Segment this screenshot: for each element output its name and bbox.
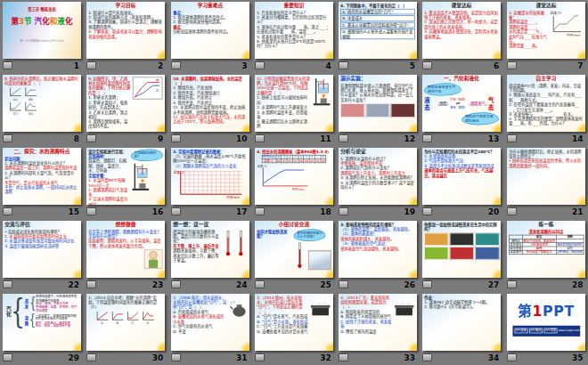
slide-cell[interactable]: 重要知识1. 汽化和液化的定义是什么？2. 蒸发分为哪两类，它们的特点区别是什么… bbox=[252, 0, 336, 73]
slide-cell[interactable]: 为什么撤掉酒精灯后，停止加热，水的沸腾没有立即停止？• 烧杯底部还有较高温度的余… bbox=[504, 146, 588, 219]
slide-thumbnail[interactable]: 自主学习阅读课本P57页（沸腾、蒸发）内容，完成下列问题。1. 物质从液态变为＿… bbox=[507, 75, 585, 132]
slide-thumbnail[interactable]: 课堂达标1. 夏天扇扇子人感到凉快，这是因为扇风加快了汗液的蒸发，蒸发吸热。2.… bbox=[422, 2, 501, 59]
slide-thumbnail[interactable]: 4. 绘出水的沸腾图象（课本P60图3.3-3）时间/min012345678温… bbox=[255, 148, 333, 205]
slide-cell[interactable]: 第1PPTPPT模板PPT素材PPT背景www.1ppt.com35 bbox=[504, 292, 588, 365]
slide-cell[interactable]: 你能说一说加快或减慢蒸发在生活中的实例吗？27 bbox=[420, 219, 503, 292]
slide-cell[interactable]: 一、汽化和液化物质由液态变为气态叫汽化液态（酒精）汽化（吸热）⇌液化（放热）（酒… bbox=[420, 73, 503, 146]
slide-thumbnail[interactable]: 1.（2014·自贡中考）观察“水的沸腾”实验，下列温度随时间变化的图象正确的是… bbox=[86, 294, 165, 351]
slide-thumbnail[interactable]: 第三章 物态变化第3节 汽化和液化第一PPT模板网 WWW.1PPT.COM bbox=[3, 2, 81, 59]
slide-cell[interactable]: 二、探究：水的沸腾特点提出问题：1. 水在沸腾时温度变化有什么特点？沸腾前温度一… bbox=[0, 146, 84, 219]
slide-cell[interactable]: 交流与评估• 实验成功或失败的原因有哪些？1. 水温较低时开始实验所用时间太长2… bbox=[0, 219, 84, 292]
slide-cell[interactable]: 10. 水沸腾时，如果继续加热，水的温度（ ）1. 继续升高，汽化加快2. 保持… bbox=[168, 73, 252, 146]
slide-figure-column bbox=[220, 229, 247, 263]
slide-cell[interactable]: 演示实验：在透明塑料袋中滴入几滴酒精，排尽空气后把口扎紧，放入热水中。观察塑料袋… bbox=[336, 73, 420, 146]
slide-thumbnail[interactable]: 小组讨论交流如何才能加快蒸发呢？夏天晾晒的衣服为什么干得快？ bbox=[255, 221, 333, 278]
slide-cell[interactable]: 练一练蒸发和沸腾的异同点蒸发沸腾相同点都是汽化现象，都要吸热发生部位只在液体表面… bbox=[504, 219, 588, 292]
slide-title: 小组讨论交流 bbox=[257, 222, 331, 228]
slide-text-line: 6. 烧瓶里的水烧开后是0℃时还是100℃时？为什么？ bbox=[257, 38, 331, 48]
slide-content: 课堂达标1. 夏天扇扇子人感到凉快，这是因为扇风加快了汗液的蒸发，蒸发吸热。2.… bbox=[422, 2, 501, 59]
slide-cell[interactable]: 3. 实验中要观察记录的数据：（1）记录的数据（热水温度从90℃开始每隔1min… bbox=[168, 146, 252, 219]
slide-thumbnail[interactable]: 交流与评估• 实验成功或失败的原因有哪些？1. 水温较低时开始实验所用时间太长2… bbox=[3, 221, 81, 278]
slide-thumbnail[interactable]: 4.（2013·广东）夏天用电风扇吹风感到凉爽，这是因为（ ）A. 风扇吹来的风… bbox=[339, 294, 417, 351]
slide-file-icon bbox=[3, 280, 12, 288]
slide-cell[interactable]: 4.（2013·广东）夏天用电风扇吹风感到凉爽，这是因为（ ）A. 风扇吹来的风… bbox=[336, 292, 420, 365]
slide-cell[interactable]: 汽化{蒸发{在任何温度下、只在液体表面发生的缓慢汽化现象特点：吸热，有致冷作用影… bbox=[0, 292, 84, 365]
slide-cell[interactable]: 4. 绘出水的沸腾图象（课本P60图3.3-3）时间/min012345678温… bbox=[252, 146, 336, 219]
slide-thumbnail[interactable]: 3. 实验中要观察记录的数据：（1）记录的数据（热水温度从90℃开始每隔1min… bbox=[171, 148, 249, 205]
slide-file-icon bbox=[339, 61, 348, 69]
slide-cell[interactable]: 小组讨论交流如何才能加快蒸发呢？夏天晾晒的衣服为什么干得快？25 bbox=[252, 219, 336, 292]
slide-cell[interactable]: 分析与论证1. 沸腾时水温有什么特点？不断吸热，温度保持不变2. 沸腾前后气泡有… bbox=[336, 146, 420, 219]
concept-item: 特点：吸热，温度保持不变 bbox=[36, 324, 79, 328]
slide-visual-apparatus bbox=[131, 161, 163, 191]
slide-thumbnail[interactable]: 为什么撤掉酒精灯后，停止加热，水的沸腾没有立即停止？• 烧杯底部还有较高温度的余… bbox=[507, 148, 585, 205]
slide-cell[interactable]: 3. 影响蒸发快慢的因素有哪些？（1）液体的温度：温度越高，蒸发越快。（2）液体… bbox=[336, 219, 420, 292]
slide-file-icon bbox=[255, 134, 265, 142]
slide-text-column: 11. 小明用如图装置探究水的沸腾，当水温升到90℃时，每隔1min记录一次温度… bbox=[257, 76, 311, 128]
slide-caption-strip: 15 bbox=[3, 206, 81, 217]
slide-cell[interactable]: 6. 下列现象中，不属于液化的是（ ）A. 烧开的水壶嘴冒出的“白气”B. 冰变… bbox=[336, 0, 420, 73]
phase-change-formula: 液态（酒精）汽化（吸热）⇌液化（放热）（酒精蒸气）气态 bbox=[424, 97, 499, 111]
slide-thumbnail[interactable]: 学习目标1. 知道什么是汽化和液化。2. 知道汽化的两种方式（蒸发和沸腾）。3.… bbox=[86, 2, 165, 59]
slide-thumbnail[interactable]: 8. 烧杯中的水沸腾后，能正确反映水温随时间变化的图象是（ ）(A)(B)(C)… bbox=[3, 75, 81, 132]
slide-cell[interactable]: 课堂达标1. 如图是水的加热图象：沸腾前温度＿＿，沸腾时温度＿＿，水的沸点是＿＿… bbox=[504, 0, 588, 73]
slide-cell[interactable]: 为什么实验测得的水的沸点不是100℃？1. 水里面含有杂质2. 气压不是标准大气… bbox=[420, 146, 503, 219]
slide-thumbnail[interactable]: 二、探究：水的沸腾特点提出问题：1. 水在沸腾时温度变化有什么特点？沸腾前温度一… bbox=[3, 148, 81, 205]
slide-cell[interactable]: 9. 如图所示，甲、乙两杯水加热时温度随时间变化的图象，下列分析正确的是（ ）1… bbox=[84, 73, 167, 146]
slide-thumbnail[interactable]: 2.（2008·南京）用水壶烧水，水烧开后从壶嘴喷出“白气”，这些“白气”是（ … bbox=[171, 294, 249, 351]
cloth-photo-wrap bbox=[293, 241, 331, 269]
slide-thumbnail[interactable]: 一、汽化和液化物质由液态变为气态叫汽化液态（酒精）汽化（吸热）⇌液化（放热）（酒… bbox=[422, 75, 501, 132]
slide-file-icon bbox=[339, 353, 348, 361]
slide-thumbnail[interactable]: 学习重难点重点：1. 探究液体沸腾的条件及特点。2. 探究影响蒸发快慢的因素。难… bbox=[171, 2, 249, 59]
slide-thumbnail[interactable]: 3.（2014·德州）电水壶烧水，水烧开后壶口冒出大量“白气”，下列说法正确的是… bbox=[255, 294, 333, 351]
slide-thumbnail[interactable]: 练一练蒸发和沸腾的异同点蒸发沸腾相同点都是汽化现象，都要吸热发生部位只在液体表面… bbox=[507, 221, 585, 278]
slide-thumbnail[interactable]: 想想做做在手背上涂些酒精，观察酒精有什么变化？手背有什么感觉？实验表明：酒精蒸发… bbox=[86, 221, 165, 278]
slide-thumbnail[interactable]: 分析与论证1. 沸腾时水温有什么特点？不断吸热，温度保持不变2. 沸腾前后气泡有… bbox=[339, 148, 417, 205]
slide-body-row: 3.（2014·德州）电水壶烧水，水烧开后壶口冒出大量“白气”，下列说法正确的是… bbox=[257, 295, 331, 333]
slide-cell[interactable]: 2.（2008·南京）用水壶烧水，水烧开后从壶嘴喷出“白气”，这些“白气”是（ … bbox=[168, 292, 252, 365]
slide-thumbnail[interactable]: 9. 如图所示，甲、乙两杯水加热时温度随时间变化的图象，下列分析正确的是（ ）1… bbox=[86, 75, 165, 132]
slide-text-line: 3.（2014·德州）电水壶烧水，水烧开后壶口冒出大量“白气”，下列说法正确的是… bbox=[257, 295, 308, 313]
slide-content: 第三章 物态变化第3节 汽化和液化第一PPT模板网 WWW.1PPT.COM bbox=[3, 2, 81, 59]
slide-cell[interactable]: 学习重难点重点：1. 探究液体沸腾的条件及特点。2. 探究影响蒸发快慢的因素。难… bbox=[168, 0, 252, 73]
slide-thumbnail[interactable]: 为什么实验测得的水的沸点不是100℃？1. 水里面含有杂质2. 气压不是标准大气… bbox=[422, 148, 501, 205]
slide-thumbnail[interactable]: 第1PPTPPT模板PPT素材PPT背景www.1ppt.com bbox=[507, 294, 585, 351]
slide-thumbnail[interactable]: 重要知识1. 汽化和液化的定义是什么？2. 蒸发分为哪两类，它们的特点区别是什么… bbox=[255, 2, 333, 59]
concept-group-items: 在任何温度下、只在液体表面发生的缓慢汽化现象特点：吸热，有致冷作用影响因素：温度… bbox=[36, 295, 78, 312]
slide-file-icon bbox=[86, 280, 96, 288]
slide-caption-strip: 33 bbox=[339, 352, 417, 363]
slide-thumbnail[interactable]: 汽化{蒸发{在任何温度下、只在液体表面发生的缓慢汽化现象特点：吸热，有致冷作用影… bbox=[3, 294, 81, 351]
svg-text:温度/℃: 温度/℃ bbox=[550, 11, 560, 15]
slide-cover-title: 第3节 汽化和液化 bbox=[4, 17, 79, 27]
slide-thumbnail[interactable]: 设计实验和进行实验：实验器材：铁架台、酒精灯、石棉网、烧杯、温度计、水、计时表实… bbox=[86, 148, 165, 205]
slide-thumbnail[interactable]: 作业：1. 课本P62 动手动脑学物理 1～4题。2. 预习第4节《升华和凝华》… bbox=[422, 294, 501, 351]
slide-caption-strip: 29 bbox=[3, 352, 81, 363]
slide-content: 想一想：议一议把温度计的玻璃泡蘸些酒精，温度计的示数有什么变化？先下降、再上升、… bbox=[171, 221, 249, 278]
slide-thumbnail[interactable]: 课堂达标1. 如图是水的加热图象：沸腾前温度＿＿，沸腾时温度＿＿，水的沸点是＿＿… bbox=[507, 2, 585, 59]
slide-cell[interactable]: 设计实验和进行实验：实验器材：铁架台、酒精灯、石棉网、烧杯、温度计、水、计时表实… bbox=[84, 146, 167, 219]
slide-cell[interactable]: 想想做做在手背上涂些酒精，观察酒精有什么变化？手背有什么感觉？实验表明：酒精蒸发… bbox=[84, 219, 167, 292]
slide-cell[interactable]: 第三章 物态变化第3节 汽化和液化第一PPT模板网 WWW.1PPT.COM1 bbox=[0, 0, 84, 73]
slide-text-line: 2. 甲杯水量较少，吸热较快，先达到沸点； bbox=[88, 100, 131, 110]
slide-thumbnail[interactable]: 11. 小明用如图装置探究水的沸腾，当水温升到90℃时，每隔1min记录一次温度… bbox=[255, 75, 333, 132]
slide-cell[interactable]: 自主学习阅读课本P57页（沸腾、蒸发）内容，完成下列问题。1. 物质从液态变为＿… bbox=[504, 73, 588, 146]
slide-text-line: D. 不变 bbox=[173, 328, 227, 333]
slide-thumbnail[interactable]: 6. 下列现象中，不属于液化的是（ ）A. 烧开的水壶嘴冒出的“白气”B. 冰变… bbox=[339, 2, 417, 59]
slide-cell[interactable]: 11. 小明用如图装置探究水的沸腾，当水温升到90℃时，每隔1min记录一次温度… bbox=[252, 73, 336, 146]
slide-cell[interactable]: 8. 烧杯中的水沸腾后，能正确反映水温随时间变化的图象是（ ）(A)(B)(C)… bbox=[0, 73, 84, 146]
slide-cell[interactable]: 课堂达标1. 夏天扇扇子人感到凉快，这是因为扇风加快了汗液的蒸发，蒸发吸热。2.… bbox=[420, 0, 503, 73]
slide-thumbnail[interactable]: 你能说一说加快或减慢蒸发在生活中的实例吗？ bbox=[422, 221, 501, 278]
slide-file-icon bbox=[255, 61, 265, 69]
slide-cell[interactable]: 3.（2014·德州）电水壶烧水，水烧开后壶口冒出大量“白气”，下列说法正确的是… bbox=[252, 292, 336, 365]
slide-thumbnail[interactable]: 演示实验：在透明塑料袋中滴入几滴酒精，排尽空气后把口扎紧，放入热水中。观察塑料袋… bbox=[339, 75, 417, 132]
slide-thumbnail[interactable]: 想一想：议一议把温度计的玻璃泡蘸些酒精，温度计的示数有什么变化？先下降、再上升、… bbox=[171, 221, 249, 278]
slide-thumbnail[interactable]: 10. 水沸腾时，如果继续加热，水的温度（ ）1. 继续升高，汽化加快2. 保持… bbox=[171, 75, 249, 132]
slide-cell[interactable]: 作业：1. 课本P62 动手动脑学物理 1～4题。2. 预习第4节《升华和凝华》… bbox=[420, 292, 503, 365]
slide-cell[interactable]: 想一想：议一议把温度计的玻璃泡蘸些酒精，温度计的示数有什么变化？先下降、再上升、… bbox=[168, 219, 252, 292]
slide-cell[interactable]: 学习目标1. 知道什么是汽化和液化。2. 知道汽化的两种方式（蒸发和沸腾）。3.… bbox=[84, 0, 167, 73]
slide-text-column: 3.（2014·德州）电水壶烧水，水烧开后壶口冒出大量“白气”，下列说法正确的是… bbox=[257, 295, 308, 333]
slide-number: 24 bbox=[236, 280, 249, 289]
slide-cell[interactable]: 1.（2014·自贡中考）观察“水的沸腾”实验，下列温度随时间变化的图象正确的是… bbox=[84, 292, 167, 365]
slide-text-column: 2.（2008·南京）用水壶烧水，水烧开后从壶嘴喷出“白气”，这些“白气”是（ … bbox=[173, 295, 227, 333]
slide-thumbnail[interactable]: 3. 影响蒸发快慢的因素有哪些？（1）液体的温度：温度越高，蒸发越快。（2）液体… bbox=[339, 221, 417, 278]
